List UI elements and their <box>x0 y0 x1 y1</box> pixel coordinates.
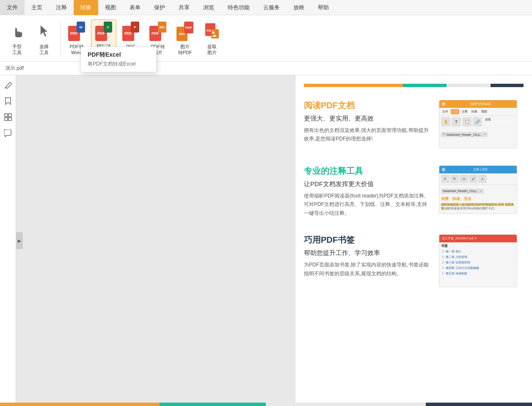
hand-tool-label: 手型工具 <box>12 44 22 56</box>
select-tool-label: 选择工具 <box>39 44 49 56</box>
svg-rect-9 <box>5 118 8 121</box>
comment-sidebar-icon[interactable] <box>2 127 14 140</box>
section-read-subtitle: 更强大、更实用、更高效 <box>304 115 430 123</box>
menu-form[interactable]: 表单 <box>123 0 147 15</box>
section-bk-title: 巧用PDF书签 <box>304 234 430 246</box>
section-read-desc: 拥有出色的文档渲染效果,强大的页面管理功能,帮助提升效率,是您阅读PDF的理想选… <box>304 126 430 143</box>
menu-bar: 文件 主页 注释 转换 视图 表单 保护 共享 浏览 特色功能 云服务 放映 帮… <box>0 0 532 15</box>
collapse-arrow[interactable]: ▶ <box>16 232 23 249</box>
main-area: ▶ 阅读PDF文档 更强大、更实用、更高效 拥有出色的文档渲染效果,强大的页面管… <box>0 75 532 406</box>
section-bk-text: 巧用PDF书签 帮助您提升工作、学习效率 为PDF页面添加书签,除了实现内容的快… <box>304 234 430 287</box>
right-panel: 阅读PDF文档 更强大、更实用、更高效 拥有出色的文档渲染效果,强大的页面管理功… <box>295 75 532 406</box>
select-tool-icon <box>36 21 52 42</box>
select-tool-button[interactable]: 选择工具 <box>31 19 57 58</box>
pen-sidebar-icon[interactable] <box>2 79 14 91</box>
svg-rect-7 <box>5 114 8 117</box>
tooltip-title: PDF转Excel <box>88 51 149 59</box>
section-anno-title: 专业的注释工具 <box>304 165 430 177</box>
hand-tool-button[interactable]: 手型工具 <box>4 19 30 58</box>
hand-tool-icon <box>8 21 25 42</box>
color-bar-seg-4 <box>491 84 524 87</box>
section-anno-desc: 使用福昕PDF阅读器(foxit reader)为PDF文档添加注释,可对PDF… <box>304 192 430 217</box>
bookmark-sidebar-icon[interactable] <box>2 95 14 107</box>
color-bar-seg-2 <box>403 84 447 87</box>
menu-browse[interactable]: 浏览 <box>196 0 221 15</box>
menu-share[interactable]: 共享 <box>172 0 196 15</box>
section-anno-text: 专业的注释工具 让PDF文档发挥更大价值 使用福昕PDF阅读器(foxit re… <box>304 165 430 217</box>
color-bar <box>304 84 524 87</box>
toolbar-divider-1 <box>60 22 61 55</box>
bk-label: 书签 <box>441 244 515 248</box>
menu-features[interactable]: 特色功能 <box>221 0 256 15</box>
menu-protect[interactable]: 保护 <box>147 0 172 15</box>
extract-img-label: 提取图片 <box>207 44 217 56</box>
pdf-to-img-icon: PDF IMG <box>149 21 166 42</box>
section-bk-desc: 为PDF页面添加书签,除了实现内容的快速导航,书签还能指明不同书签的层级关系,展… <box>304 261 430 278</box>
section-read-card: 福昕PDF阅读器 文件 主页 注释 转换 视图 ✋ T 📋 🔗 查看 <box>439 100 524 148</box>
img-to-pdf-button[interactable]: IMG PDF 图片转PDF <box>172 19 198 58</box>
svg-point-4 <box>212 31 215 34</box>
menu-annotate[interactable]: 注释 <box>49 0 74 15</box>
document-area: ▶ <box>16 75 295 406</box>
pdf-to-ppt-icon: PDF P <box>122 21 139 42</box>
menu-file[interactable]: 文件 <box>0 0 25 15</box>
reader-filename: Datasheet_Reader_CN.p... <box>447 133 482 136</box>
section-bookmark: 巧用PDF书签 帮助您提升工作、学习效率 为PDF页面添加书签,除了实现内容的快… <box>304 234 524 287</box>
menu-view[interactable]: 视图 <box>98 0 123 15</box>
tooltip-dropdown: PDF转Excel 将PDF文档转成Excel <box>80 47 157 72</box>
bottom-bar-seg-3 <box>266 403 425 406</box>
tooltip-arrow-inner <box>102 41 108 44</box>
extract-img-icon: PDF <box>204 21 221 42</box>
pdf-to-word-icon: PDF W → <box>68 21 85 42</box>
svg-rect-3 <box>211 29 219 38</box>
svg-marker-0 <box>41 25 47 36</box>
tooltip-desc: 将PDF文档转成Excel <box>88 60 149 68</box>
section-bk-card: 员工手册_20120917.pdf ✕ 书签 ▷ 第一章 简介 ▷ 第二章 入职… <box>439 234 524 287</box>
menu-cloud[interactable]: 云服务 <box>256 0 287 15</box>
menu-present[interactable]: 放映 <box>287 0 311 15</box>
menu-home[interactable]: 主页 <box>25 0 49 15</box>
section-bk-subtitle: 帮助您提升工作、学习效率 <box>304 249 430 257</box>
section-read-title: 阅读PDF文档 <box>304 100 430 111</box>
section-anno-card: 注释工具栏 T ✎ ▭ 🖊 A Datasheet_Reader_CN.p...… <box>439 165 524 217</box>
section-read-pdf: 阅读PDF文档 更强大、更实用、更高效 拥有出色的文档渲染效果,强大的页面管理功… <box>304 100 524 148</box>
menu-convert[interactable]: 转换 <box>74 0 98 15</box>
section-annotation: 专业的注释工具 让PDF文档发挥更大价值 使用福昕PDF阅读器(foxit re… <box>304 165 524 217</box>
img-to-pdf-icon: IMG PDF <box>176 21 193 42</box>
color-bar-seg-1 <box>304 84 403 87</box>
menu-help[interactable]: 帮助 <box>311 0 336 15</box>
extract-img-button[interactable]: PDF 提取图片 <box>199 19 225 58</box>
bottom-bar-seg-2 <box>160 403 266 406</box>
pdf-to-excel-icon: PDF X → <box>95 22 112 41</box>
section-anno-subtitle: 让PDF文档发挥更大价值 <box>304 180 430 188</box>
section-read-text: 阅读PDF文档 更强大、更实用、更高效 拥有出色的文档渲染效果,强大的页面管理功… <box>304 100 430 148</box>
collapse-icon: ▶ <box>18 239 21 243</box>
anno-highlight-label: 免费、快速、安全 <box>441 196 515 202</box>
svg-rect-10 <box>8 118 11 121</box>
bottom-bar <box>0 403 532 406</box>
color-bar-seg-3 <box>447 84 491 87</box>
img-to-pdf-label: 图片转PDF <box>178 44 192 56</box>
toolbar: 手型工具 选择工具 PDF W → PDF转W <box>0 15 532 62</box>
left-sidebar <box>0 75 16 406</box>
pages-sidebar-icon[interactable] <box>2 111 14 123</box>
tooltip-arrow <box>102 44 109 47</box>
bottom-bar-seg-4 <box>426 403 532 406</box>
svg-rect-8 <box>8 114 11 117</box>
anno-filename: Datasheet_Reader_CN.p... <box>443 189 478 192</box>
svg-line-6 <box>5 88 6 88</box>
bottom-bar-seg-1 <box>0 403 160 406</box>
filepath-bar <box>0 62 532 75</box>
